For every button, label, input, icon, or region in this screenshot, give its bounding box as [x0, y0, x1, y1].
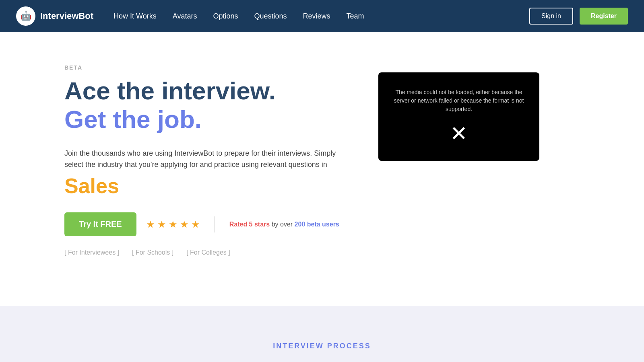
hero-right: The media could not be loaded, either be… — [378, 72, 539, 161]
hero-description: Join the thousands who are using Intervi… — [64, 148, 346, 171]
divider — [215, 216, 215, 232]
nav-link-team[interactable]: Team — [347, 12, 364, 20]
hero-title-line2: Get the job. — [64, 105, 346, 134]
star-4: ★ — [180, 219, 189, 230]
try-free-button[interactable]: Try It FREE — [64, 212, 136, 236]
nav-link-avatars[interactable]: Avatars — [173, 12, 197, 20]
nav-link-how-it-works[interactable]: How It Works — [114, 12, 157, 20]
audience-links: [ For Interviewees ] [ For Schools ] [ F… — [64, 249, 346, 256]
hero-industry: Sales — [64, 174, 346, 198]
nav-link-questions[interactable]: Questions — [254, 12, 287, 20]
cta-row: Try It FREE ★ ★ ★ ★ ★ Rated 5 stars by o… — [64, 212, 346, 236]
beta-label: BETA — [64, 64, 346, 71]
register-button[interactable]: Register — [580, 8, 628, 25]
stars-group: ★ ★ ★ ★ ★ — [146, 219, 200, 230]
star-3: ★ — [169, 219, 178, 230]
video-close-icon: ✕ — [450, 121, 468, 146]
nav-left: 🤖 InterviewBot How It Works Avatars Opti… — [16, 6, 364, 26]
video-container: The media could not be loaded, either be… — [378, 72, 539, 161]
rating-by: by over — [272, 221, 295, 228]
hero-left: BETA Ace the interview. Get the job. Joi… — [64, 64, 346, 256]
star-5: ★ — [191, 219, 200, 230]
logo-text: InterviewBot — [40, 11, 93, 21]
navbar: 🤖 InterviewBot How It Works Avatars Opti… — [0, 0, 644, 32]
star-2: ★ — [157, 219, 166, 230]
nav-link-reviews[interactable]: Reviews — [303, 12, 330, 20]
audience-link-schools[interactable]: [ For Schools ] — [132, 249, 173, 256]
nav-link-options[interactable]: Options — [213, 12, 238, 20]
audience-link-colleges[interactable]: [ For Colleges ] — [186, 249, 230, 256]
video-error-message: The media could not be loaded, either be… — [388, 88, 530, 113]
bottom-section: INTERVIEW PROCESS — [0, 306, 644, 362]
hero-section: BETA Ace the interview. Get the job. Joi… — [0, 32, 644, 306]
rated-stars-label: Rated 5 stars — [229, 221, 270, 228]
beta-count: 200 beta users — [295, 221, 339, 228]
logo-icon: 🤖 — [16, 6, 35, 26]
hero-title-line1: Ace the interview. — [64, 77, 346, 105]
rating-text: Rated 5 stars by over 200 beta users — [229, 221, 339, 228]
nav-right: Sign in Register — [529, 8, 628, 25]
interview-process-label: INTERVIEW PROCESS — [273, 342, 371, 350]
nav-links: How It Works Avatars Options Questions R… — [114, 12, 364, 21]
star-1: ★ — [146, 219, 155, 230]
logo-link[interactable]: 🤖 InterviewBot — [16, 6, 93, 26]
audience-link-interviewees[interactable]: [ For Interviewees ] — [64, 249, 119, 256]
signin-button[interactable]: Sign in — [529, 8, 573, 25]
